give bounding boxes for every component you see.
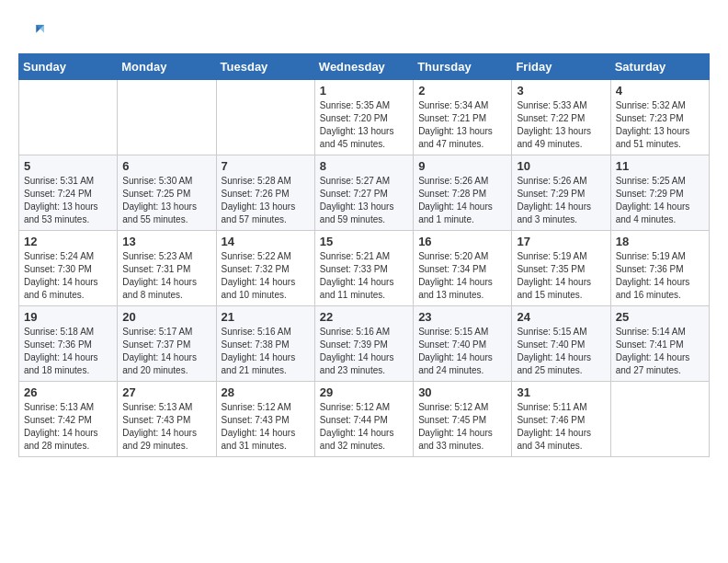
day-number: 16 (418, 235, 506, 248)
day-info: Sunrise: 5:30 AM Sunset: 7:25 PM Dayligh… (122, 175, 210, 226)
day-number: 21 (222, 310, 310, 324)
day-info: Sunrise: 5:33 AM Sunset: 7:22 PM Dayligh… (517, 99, 605, 151)
calendar-cell: 8Sunrise: 5:27 AM Sunset: 7:27 PM Daylig… (314, 155, 413, 231)
calendar-day-header: Tuesday (216, 54, 314, 80)
day-number: 11 (616, 159, 704, 173)
calendar-cell: 10Sunrise: 5:26 AM Sunset: 7:29 PM Dayli… (512, 155, 610, 231)
calendar-cell: 9Sunrise: 5:26 AM Sunset: 7:28 PM Daylig… (414, 155, 512, 231)
day-number: 24 (517, 310, 605, 324)
calendar-cell: 12Sunrise: 5:24 AM Sunset: 7:30 PM Dayli… (19, 231, 118, 306)
day-number: 1 (320, 84, 408, 98)
day-info: Sunrise: 5:15 AM Sunset: 7:40 PM Dayligh… (418, 326, 506, 377)
calendar-week-row: 26Sunrise: 5:13 AM Sunset: 7:42 PM Dayli… (19, 382, 710, 457)
calendar-week-row: 12Sunrise: 5:24 AM Sunset: 7:30 PM Dayli… (19, 231, 710, 306)
day-info: Sunrise: 5:35 AM Sunset: 7:20 PM Dayligh… (320, 99, 408, 151)
day-info: Sunrise: 5:26 AM Sunset: 7:29 PM Dayligh… (517, 175, 605, 226)
calendar-cell: 27Sunrise: 5:13 AM Sunset: 7:43 PM Dayli… (118, 382, 216, 457)
day-number: 7 (222, 159, 310, 173)
day-number: 31 (517, 385, 605, 399)
calendar-cell: 26Sunrise: 5:13 AM Sunset: 7:42 PM Dayli… (19, 382, 118, 457)
day-number: 8 (320, 159, 408, 173)
calendar-cell: 2Sunrise: 5:34 AM Sunset: 7:21 PM Daylig… (414, 80, 512, 155)
calendar-week-row: 5Sunrise: 5:31 AM Sunset: 7:24 PM Daylig… (19, 155, 710, 231)
day-number: 2 (418, 84, 506, 98)
logo-icon (18, 18, 44, 44)
day-info: Sunrise: 5:34 AM Sunset: 7:21 PM Dayligh… (418, 99, 506, 151)
day-number: 26 (24, 385, 112, 399)
calendar-week-row: 1Sunrise: 5:35 AM Sunset: 7:20 PM Daylig… (19, 80, 710, 155)
day-number: 14 (222, 235, 310, 248)
calendar-cell: 16Sunrise: 5:20 AM Sunset: 7:34 PM Dayli… (414, 231, 512, 306)
day-info: Sunrise: 5:13 AM Sunset: 7:42 PM Dayligh… (24, 401, 112, 453)
calendar-cell: 23Sunrise: 5:15 AM Sunset: 7:40 PM Dayli… (414, 306, 512, 382)
calendar-day-header: Thursday (414, 54, 512, 80)
day-number: 5 (24, 159, 112, 173)
calendar-cell: 5Sunrise: 5:31 AM Sunset: 7:24 PM Daylig… (19, 155, 118, 231)
day-info: Sunrise: 5:15 AM Sunset: 7:40 PM Dayligh… (517, 326, 605, 377)
day-info: Sunrise: 5:11 AM Sunset: 7:46 PM Dayligh… (517, 401, 605, 453)
calendar-header-row: SundayMondayTuesdayWednesdayThursdayFrid… (19, 54, 710, 80)
calendar-cell: 11Sunrise: 5:25 AM Sunset: 7:29 PM Dayli… (610, 155, 709, 231)
calendar-cell: 22Sunrise: 5:16 AM Sunset: 7:39 PM Dayli… (314, 306, 413, 382)
day-info: Sunrise: 5:26 AM Sunset: 7:28 PM Dayligh… (418, 175, 506, 226)
header (18, 18, 710, 44)
day-number: 29 (320, 385, 408, 399)
calendar-cell (118, 80, 216, 155)
calendar-day-header: Wednesday (314, 54, 413, 80)
calendar-cell: 17Sunrise: 5:19 AM Sunset: 7:35 PM Dayli… (512, 231, 610, 306)
calendar-day-header: Saturday (610, 54, 709, 80)
day-info: Sunrise: 5:16 AM Sunset: 7:39 PM Dayligh… (320, 326, 408, 377)
calendar-cell: 29Sunrise: 5:12 AM Sunset: 7:44 PM Dayli… (314, 382, 413, 457)
calendar-cell (610, 382, 709, 457)
day-number: 15 (320, 235, 408, 248)
calendar-cell: 7Sunrise: 5:28 AM Sunset: 7:26 PM Daylig… (216, 155, 314, 231)
day-info: Sunrise: 5:24 AM Sunset: 7:30 PM Dayligh… (24, 250, 112, 302)
day-number: 25 (616, 310, 704, 324)
calendar-cell: 24Sunrise: 5:15 AM Sunset: 7:40 PM Dayli… (512, 306, 610, 382)
calendar-day-header: Monday (118, 54, 216, 80)
calendar-cell: 4Sunrise: 5:32 AM Sunset: 7:23 PM Daylig… (610, 80, 709, 155)
day-number: 30 (418, 385, 506, 399)
day-number: 23 (418, 310, 506, 324)
calendar-cell: 1Sunrise: 5:35 AM Sunset: 7:20 PM Daylig… (314, 80, 413, 155)
day-number: 4 (616, 84, 704, 98)
calendar-cell: 3Sunrise: 5:33 AM Sunset: 7:22 PM Daylig… (512, 80, 610, 155)
day-number: 12 (24, 235, 112, 248)
calendar-cell: 14Sunrise: 5:22 AM Sunset: 7:32 PM Dayli… (216, 231, 314, 306)
day-number: 9 (418, 159, 506, 173)
day-info: Sunrise: 5:19 AM Sunset: 7:36 PM Dayligh… (616, 250, 704, 302)
day-number: 10 (517, 159, 605, 173)
day-info: Sunrise: 5:16 AM Sunset: 7:38 PM Dayligh… (222, 326, 310, 377)
day-number: 20 (122, 310, 210, 324)
day-info: Sunrise: 5:21 AM Sunset: 7:33 PM Dayligh… (320, 250, 408, 302)
calendar-cell (216, 80, 314, 155)
day-number: 3 (517, 84, 605, 98)
day-info: Sunrise: 5:12 AM Sunset: 7:43 PM Dayligh… (222, 401, 310, 453)
calendar-cell: 25Sunrise: 5:14 AM Sunset: 7:41 PM Dayli… (610, 306, 709, 382)
day-info: Sunrise: 5:12 AM Sunset: 7:45 PM Dayligh… (418, 401, 506, 453)
calendar-cell: 6Sunrise: 5:30 AM Sunset: 7:25 PM Daylig… (118, 155, 216, 231)
calendar-cell: 31Sunrise: 5:11 AM Sunset: 7:46 PM Dayli… (512, 382, 610, 457)
calendar-cell: 15Sunrise: 5:21 AM Sunset: 7:33 PM Dayli… (314, 231, 413, 306)
day-info: Sunrise: 5:19 AM Sunset: 7:35 PM Dayligh… (517, 250, 605, 302)
day-info: Sunrise: 5:32 AM Sunset: 7:23 PM Dayligh… (616, 99, 704, 151)
day-info: Sunrise: 5:28 AM Sunset: 7:26 PM Dayligh… (222, 175, 310, 226)
calendar-cell: 19Sunrise: 5:18 AM Sunset: 7:36 PM Dayli… (19, 306, 118, 382)
day-info: Sunrise: 5:18 AM Sunset: 7:36 PM Dayligh… (24, 326, 112, 377)
calendar-week-row: 19Sunrise: 5:18 AM Sunset: 7:36 PM Dayli… (19, 306, 710, 382)
day-number: 6 (122, 159, 210, 173)
day-info: Sunrise: 5:20 AM Sunset: 7:34 PM Dayligh… (418, 250, 506, 302)
day-number: 28 (222, 385, 310, 399)
day-info: Sunrise: 5:27 AM Sunset: 7:27 PM Dayligh… (320, 175, 408, 226)
calendar-cell: 21Sunrise: 5:16 AM Sunset: 7:38 PM Dayli… (216, 306, 314, 382)
calendar-day-header: Sunday (19, 54, 118, 80)
calendar-table: SundayMondayTuesdayWednesdayThursdayFrid… (18, 53, 710, 457)
day-info: Sunrise: 5:23 AM Sunset: 7:31 PM Dayligh… (122, 250, 210, 302)
calendar-cell: 20Sunrise: 5:17 AM Sunset: 7:37 PM Dayli… (118, 306, 216, 382)
calendar-cell: 28Sunrise: 5:12 AM Sunset: 7:43 PM Dayli… (216, 382, 314, 457)
day-info: Sunrise: 5:22 AM Sunset: 7:32 PM Dayligh… (222, 250, 310, 302)
day-number: 22 (320, 310, 408, 324)
day-info: Sunrise: 5:13 AM Sunset: 7:43 PM Dayligh… (122, 401, 210, 453)
logo (18, 18, 48, 44)
day-info: Sunrise: 5:25 AM Sunset: 7:29 PM Dayligh… (616, 175, 704, 226)
